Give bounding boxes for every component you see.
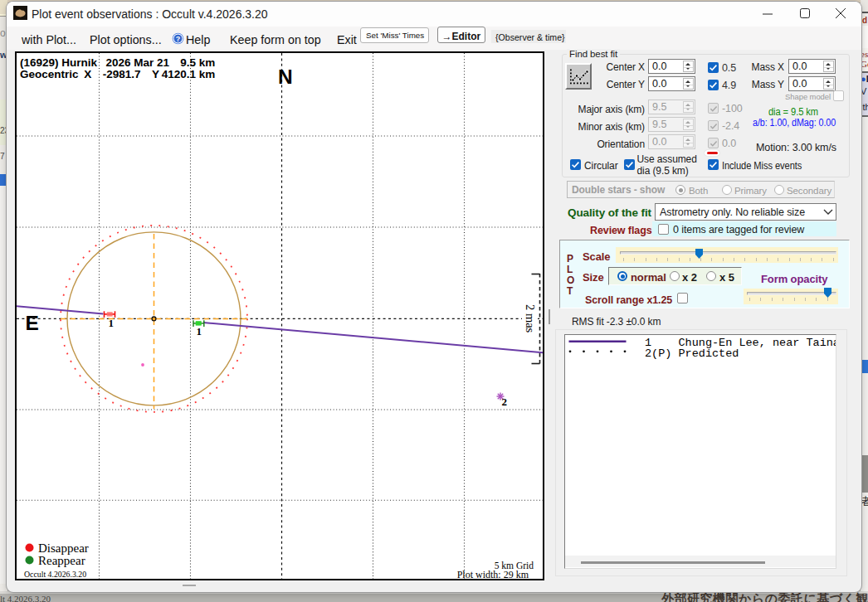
svg-text:1: 1	[109, 317, 115, 329]
svg-text:E: E	[26, 312, 39, 334]
svg-text:N: N	[278, 66, 293, 88]
svg-text:Occult 4.2026.3.20: Occult 4.2026.3.20	[24, 570, 86, 579]
svg-text:Disappear: Disappear	[38, 541, 89, 555]
svg-text:1: 1	[197, 325, 202, 337]
svg-text:Geocentric X -2981.7 Y 4120.1: Geocentric X -2981.7 Y 4120.1 km	[20, 68, 215, 80]
svg-text:2: 2	[502, 396, 508, 408]
svg-text:2 mas: 2 mas	[524, 304, 537, 333]
svg-text:(16929) Hurnik 2026 Mar 21: (16929) Hurnik 2026 Mar 21 9.5 km	[20, 56, 215, 69]
svg-text:Reappear: Reappear	[38, 554, 85, 567]
svg-text:2(P) Predicted: 2(P) Predicted	[645, 347, 739, 360]
svg-text:?: ?	[176, 35, 181, 43]
svg-text:Plot width: 29 km: Plot width: 29 km	[457, 569, 529, 580]
